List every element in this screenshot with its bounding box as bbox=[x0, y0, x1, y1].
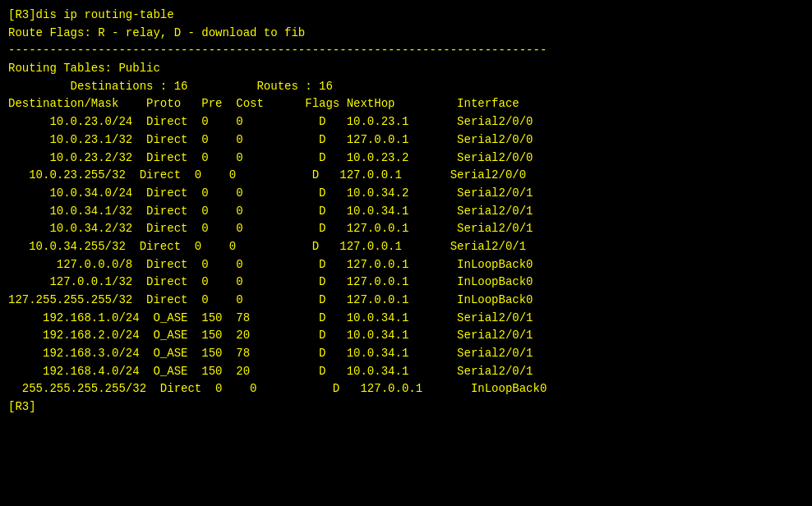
terminal-line: 10.0.23.0/24 Direct 0 0 D 10.0.23.1 Seri… bbox=[8, 113, 804, 131]
terminal-line: 10.0.34.0/24 Direct 0 0 D 10.0.34.2 Seri… bbox=[8, 185, 804, 203]
terminal-line: 192.168.1.0/24 O_ASE 150 78 D 10.0.34.1 … bbox=[8, 310, 804, 328]
terminal-line: [R3] bbox=[8, 398, 804, 416]
terminal-line: 10.0.34.255/32 Direct 0 0 D 127.0.0.1 Se… bbox=[8, 238, 804, 256]
terminal-line: 192.168.3.0/24 O_ASE 150 78 D 10.0.34.1 … bbox=[8, 345, 804, 363]
terminal-line: 192.168.2.0/24 O_ASE 150 20 D 10.0.34.1 … bbox=[8, 327, 804, 345]
terminal-line: 127.0.0.0/8 Direct 0 0 D 127.0.0.1 InLoo… bbox=[8, 256, 804, 274]
terminal-line: 10.0.23.1/32 Direct 0 0 D 127.0.0.1 Seri… bbox=[8, 131, 804, 150]
terminal-line: Routing Tables: Public bbox=[8, 60, 804, 78]
terminal-line: Destination/Mask Proto Pre Cost Flags Ne… bbox=[8, 95, 804, 113]
terminal-line: Destinations : 16 Routes : 16 bbox=[8, 78, 804, 96]
terminal-line: 10.0.23.255/32 Direct 0 0 D 127.0.0.1 Se… bbox=[8, 167, 804, 185]
terminal-line: [R3]dis ip routing-table bbox=[8, 7, 804, 25]
terminal-line: ----------------------------------------… bbox=[8, 42, 804, 60]
terminal-line: 10.0.23.2/32 Direct 0 0 D 10.0.23.2 Seri… bbox=[8, 150, 804, 168]
terminal-line: 10.0.34.1/32 Direct 0 0 D 10.0.34.1 Seri… bbox=[8, 203, 804, 221]
terminal-line: 10.0.34.2/32 Direct 0 0 D 127.0.0.1 Seri… bbox=[8, 220, 804, 238]
terminal-line: 127.255.255.255/32 Direct 0 0 D 127.0.0.… bbox=[8, 292, 804, 310]
terminal-line: 255.255.255.255/32 Direct 0 0 D 127.0.0.… bbox=[8, 380, 804, 398]
terminal-line: Route Flags: R - relay, D - download to … bbox=[8, 25, 804, 43]
terminal-line: 192.168.4.0/24 O_ASE 150 20 D 10.0.34.1 … bbox=[8, 363, 804, 381]
terminal-line: 127.0.0.1/32 Direct 0 0 D 127.0.0.1 InLo… bbox=[8, 274, 804, 292]
terminal-window: [R3]dis ip routing-tableRoute Flags: R -… bbox=[0, 0, 812, 506]
